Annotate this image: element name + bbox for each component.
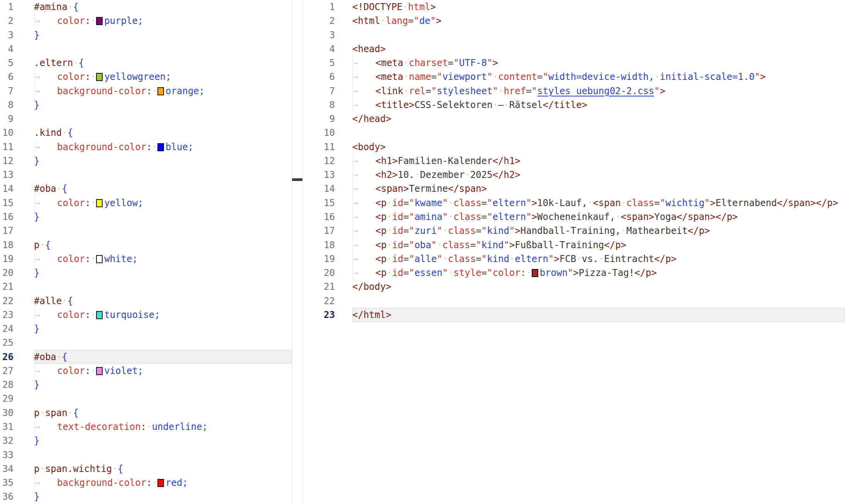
- token-value: }: [34, 323, 39, 334]
- code-line[interactable]: 20→<p·id="essen"·style="color:·brown">Pi…: [303, 266, 845, 280]
- code-line[interactable]: 6→<meta·name="viewport"·content="width=d…: [303, 70, 845, 84]
- code-line[interactable]: 3}: [0, 28, 292, 42]
- code-line[interactable]: 4: [0, 42, 292, 56]
- token-attribute: background-color: [57, 142, 146, 152]
- stylesheet-link[interactable]: styles_uebung02-2.css: [537, 86, 654, 96]
- token-attribute: ": [487, 267, 492, 278]
- code-line[interactable]: 23</html>: [303, 308, 845, 322]
- code-line[interactable]: 11<body>: [303, 140, 845, 154]
- code-line[interactable]: 22#alle·{: [0, 294, 292, 308]
- space-dot-icon: ·: [387, 211, 392, 222]
- code-line[interactable]: 32}: [0, 434, 292, 448]
- code-line[interactable]: 33: [0, 448, 292, 462]
- code-line[interactable]: 35→background-color:·red;: [0, 476, 292, 490]
- code-line[interactable]: 34p·span.wichtig·{: [0, 462, 292, 476]
- token-tag: <!DOCTYPE: [352, 2, 402, 12]
- token-attribute: id: [392, 240, 403, 250]
- code-line[interactable]: 1<!DOCTYPE·html>: [303, 0, 845, 14]
- token-text: Termine: [409, 183, 448, 194]
- css-editor-pane[interactable]: 1#amina·{2→color:·purple;3}45.eltern·{6→…: [0, 0, 292, 504]
- code-line[interactable]: 24}: [0, 322, 292, 336]
- code-line[interactable]: 16→<p·id="amina"·class="eltern">Wochenei…: [303, 210, 845, 224]
- code-line[interactable]: 22: [303, 294, 845, 308]
- space-dot-icon: ·: [91, 254, 96, 264]
- token-tag: <p: [375, 225, 387, 236]
- code-line[interactable]: 1#amina·{: [0, 0, 292, 14]
- code-line[interactable]: 6→color:·yellowgreen;: [0, 70, 292, 84]
- code-line[interactable]: 30p·span·{: [0, 406, 292, 420]
- code-line[interactable]: 19→<p·id="alle"·class="kind·eltern">FCB·…: [303, 252, 845, 266]
- code-line[interactable]: 13→<h2>10.·Dezember·2025</h2>: [303, 168, 845, 182]
- line-number: 7: [0, 84, 14, 98]
- token-value: orange;: [166, 86, 204, 96]
- code-line[interactable]: 9</head>: [303, 112, 845, 126]
- token-tag: <meta: [375, 71, 403, 82]
- token-text: Yoga: [654, 211, 677, 222]
- token-tag: >: [532, 211, 537, 222]
- code-line[interactable]: 5→<meta·charset="UTF-8">: [303, 56, 845, 70]
- space-dot-icon: ·: [509, 254, 515, 264]
- code-line[interactable]: 15→<p·id="kwame"·class="eltern">10k-Lauf…: [303, 196, 845, 210]
- token-tag: </p>: [634, 267, 657, 278]
- code-line[interactable]: 17: [0, 224, 292, 238]
- code-line[interactable]: 11→background-color:·blue;: [0, 140, 292, 154]
- token-punctuation: =: [476, 225, 481, 236]
- token-tag: <p: [375, 240, 387, 250]
- tab-indent-icon: →: [34, 364, 57, 378]
- code-line[interactable]: 21: [0, 280, 292, 294]
- code-line[interactable]: 7→<link·rel="stylesheet"·href="styles_ue…: [303, 84, 845, 98]
- code-line-content: →color:·purple;: [34, 14, 292, 28]
- line-number: 36: [0, 490, 14, 504]
- code-line[interactable]: 12}: [0, 154, 292, 168]
- code-line[interactable]: 3: [303, 28, 845, 42]
- token-tag: </p>: [604, 240, 626, 250]
- code-line[interactable]: 13: [0, 168, 292, 182]
- space-dot-icon: ·: [62, 296, 67, 306]
- code-line[interactable]: 19→color:·white;: [0, 252, 292, 266]
- token-attribute: ": [437, 71, 442, 82]
- code-line[interactable]: 5.eltern·{: [0, 56, 292, 70]
- code-line-content: }: [34, 154, 292, 168]
- token-value: de: [419, 15, 430, 26]
- code-line[interactable]: 12→<h1>Familien-Kalender</h1>: [303, 154, 845, 168]
- line-number: 19: [0, 252, 14, 266]
- space-dot-icon: ·: [152, 142, 157, 152]
- space-dot-icon: ·: [39, 408, 45, 418]
- code-line[interactable]: 14→<span>Termine</span>: [303, 182, 845, 196]
- token-value: zuri: [414, 225, 437, 236]
- code-line-content: }: [34, 28, 292, 42]
- code-line[interactable]: 4<head>: [303, 42, 845, 56]
- line-number: 3: [303, 28, 335, 42]
- code-line[interactable]: 27→color:·violet;: [0, 364, 292, 378]
- code-line[interactable]: 17→<p·id="zuri"·class="kind">Handball-Tr…: [303, 224, 845, 238]
- code-line[interactable]: 25: [0, 336, 292, 350]
- code-line[interactable]: 9: [0, 112, 292, 126]
- code-line[interactable]: 29: [0, 392, 292, 406]
- code-line[interactable]: 20}: [0, 266, 292, 280]
- code-line[interactable]: 15→color:·yellow;: [0, 196, 292, 210]
- code-line[interactable]: 21</body>: [303, 280, 845, 294]
- html-editor-pane[interactable]: 1<!DOCTYPE·html>2<html·lang="de">34<head…: [303, 0, 845, 504]
- code-line[interactable]: 8→<title>CSS-Selektoren·–·Rätsel</title>: [303, 98, 845, 112]
- code-line[interactable]: 10.kind·{: [0, 126, 292, 140]
- code-line[interactable]: 2<html·lang="de">: [303, 14, 845, 28]
- code-line[interactable]: 28}: [0, 378, 292, 392]
- code-line[interactable]: 14#oba·{: [0, 182, 292, 196]
- code-line[interactable]: 36}: [0, 490, 292, 504]
- line-number: 23: [0, 308, 14, 322]
- code-line[interactable]: 18p·{: [0, 238, 292, 252]
- code-line[interactable]: 2→color:·purple;: [0, 14, 292, 28]
- token-attribute: id: [392, 267, 403, 278]
- code-line[interactable]: 26#oba·{: [0, 350, 292, 364]
- code-line[interactable]: 8}: [0, 98, 292, 112]
- token-text: 10.: [398, 169, 414, 180]
- code-line[interactable]: 23→color:·turquoise;: [0, 308, 292, 322]
- code-line-content: →background-color:·red;: [34, 476, 292, 490]
- left-scrollbar-track[interactable]: [292, 0, 303, 504]
- code-line[interactable]: 18→<p·id="oba"·class="kind">Fußball-Trai…: [303, 238, 845, 252]
- scrollbar-marker[interactable]: [292, 178, 303, 181]
- code-line[interactable]: 7→background-color:·orange;: [0, 84, 292, 98]
- code-line[interactable]: 10: [303, 126, 845, 140]
- code-line[interactable]: 31→text-decoration:·underline;: [0, 420, 292, 434]
- code-line[interactable]: 16}: [0, 210, 292, 224]
